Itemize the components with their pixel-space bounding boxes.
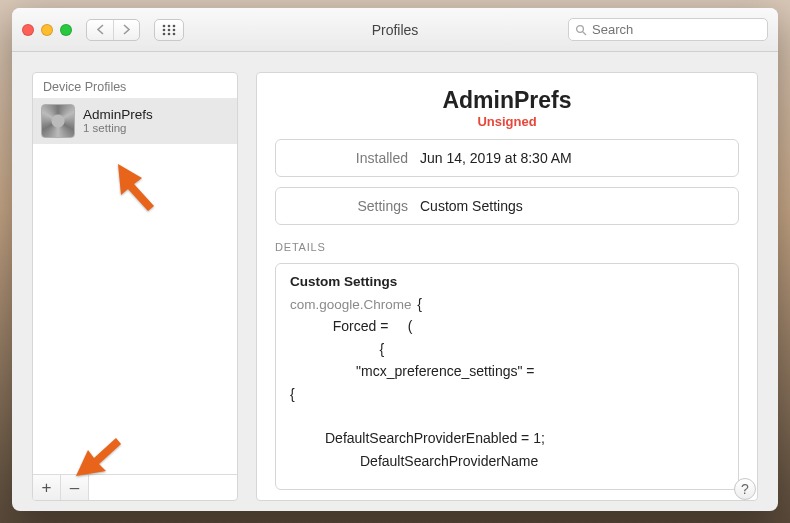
svg-point-10 [173,32,176,35]
profile-row-adminprefs[interactable]: AdminPrefs 1 setting [33,98,237,144]
svg-point-4 [173,24,176,27]
main-panel: AdminPrefs Unsigned Installed Jun 14, 20… [256,72,758,501]
info-row-settings: Settings Custom Settings [275,187,739,225]
sidebar: Device Profiles AdminPrefs 1 setting + – [32,72,238,501]
svg-point-5 [163,28,166,31]
details-title: Custom Settings [290,274,724,289]
info-label: Installed [290,150,408,166]
svg-point-3 [168,24,171,27]
details-box: Custom Settings com.google.Chrome { Forc… [275,263,739,490]
details-code: { Forced = ( { "mcx_preference_settings"… [290,296,545,469]
svg-point-6 [168,28,171,31]
search-field[interactable] [568,18,768,41]
minimize-icon[interactable] [41,24,53,36]
search-input[interactable] [592,22,761,37]
search-icon [575,24,587,36]
info-row-installed: Installed Jun 14, 2019 at 8:30 AM [275,139,739,177]
window-controls [22,24,72,36]
sidebar-footer: + – [33,474,237,500]
svg-point-11 [577,25,584,32]
profile-text: AdminPrefs 1 setting [83,107,153,136]
info-label: Settings [290,198,408,214]
details-header: DETAILS [275,241,739,253]
main-header: AdminPrefs Unsigned [275,87,739,129]
svg-point-7 [173,28,176,31]
show-all-button[interactable] [154,19,184,41]
info-value: Custom Settings [420,198,523,214]
details-domain: com.google.Chrome [290,297,412,312]
profile-sub: 1 setting [83,122,153,135]
svg-point-2 [163,24,166,27]
back-button[interactable] [87,19,113,41]
forward-button[interactable] [113,19,139,41]
profile-name: AdminPrefs [83,107,153,123]
titlebar: Profiles [12,8,778,52]
content-area: Device Profiles AdminPrefs 1 setting + –… [12,52,778,511]
profile-status: Unsigned [275,114,739,129]
zoom-icon[interactable] [60,24,72,36]
close-icon[interactable] [22,24,34,36]
profile-title: AdminPrefs [275,87,739,114]
remove-profile-button[interactable]: – [61,475,89,501]
gear-icon [41,104,75,138]
svg-point-8 [163,32,166,35]
nav-back-forward [86,19,140,41]
info-value: Jun 14, 2019 at 8:30 AM [420,150,572,166]
prefs-window: risk.com Profiles [12,8,778,511]
svg-line-12 [583,32,586,35]
svg-point-9 [168,32,171,35]
sidebar-header: Device Profiles [33,73,237,98]
help-button[interactable]: ? [734,478,756,500]
add-profile-button[interactable]: + [33,475,61,501]
